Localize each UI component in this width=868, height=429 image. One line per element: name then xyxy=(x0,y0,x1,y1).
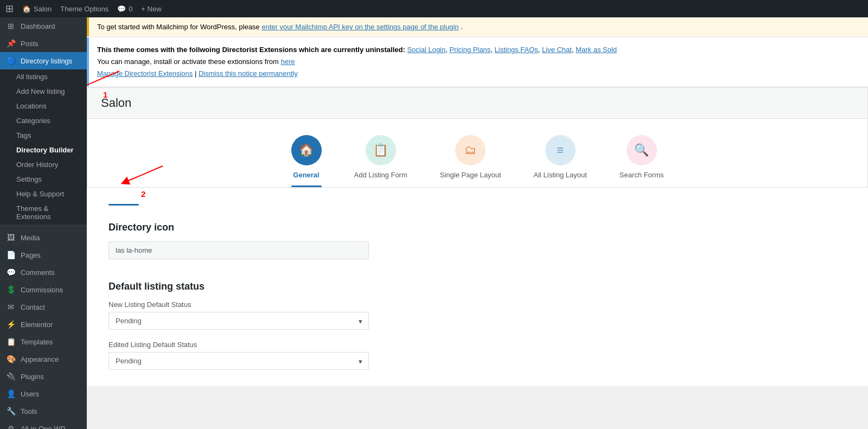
new-listing-label: New Listing Default Status xyxy=(108,300,846,309)
appearance-icon: 🎨 xyxy=(5,355,16,363)
single-page-tab-icon: 🗂 xyxy=(455,135,486,165)
sidebar-item-directory-listings[interactable]: 🔵 Directory listings xyxy=(0,52,87,69)
tab-active-indicator xyxy=(108,204,139,206)
notice-directorist: This theme comes with the follwoing Dire… xyxy=(87,37,868,86)
admin-bar-salon[interactable]: 🏠 Salon xyxy=(22,5,52,13)
sidebar-item-appearance[interactable]: 🎨 Appearance xyxy=(0,350,87,368)
mailchimp-link[interactable]: enter your Mailchimp API key on the sett… xyxy=(261,23,459,31)
sidebar-item-dashboard[interactable]: ⊞ Dashboard xyxy=(0,17,87,35)
edited-listing-select-wrapper: Pending Published Draft xyxy=(108,352,369,370)
default-listing-status-title: Default listing status xyxy=(108,281,846,292)
general-tab-content: Directory icon Default listing status Ne… xyxy=(87,188,868,386)
all-listing-tab-icon: ≡ xyxy=(545,135,576,165)
sidebar-item-comments[interactable]: 💬 Comments xyxy=(0,264,87,281)
dashboard-icon: ⊞ xyxy=(5,22,16,30)
sidebar-item-tools[interactable]: 🔧 Tools xyxy=(0,402,87,420)
builder-tabs-container: 🏠 General 📋 Add Listing Form xyxy=(87,119,868,188)
elementor-icon: ⚡ xyxy=(5,320,16,329)
tab-add-listing-form[interactable]: 📋 Add Listing Form xyxy=(354,135,407,187)
admin-bar-theme-options[interactable]: Theme Options xyxy=(60,5,108,13)
dismiss-notice-link[interactable]: Dismiss this notice permanently xyxy=(199,69,298,78)
comments-icon: 💬 xyxy=(5,268,16,277)
posts-icon: 📌 xyxy=(5,39,16,48)
search-forms-tab-icon: 🔍 xyxy=(627,135,657,165)
manage-directorist-link[interactable]: Manage Directorist Extensions xyxy=(97,69,193,78)
tab-general[interactable]: 🏠 General xyxy=(291,135,322,187)
sidebar-item-settings[interactable]: Settings xyxy=(0,172,87,187)
directory-icon-title: Directory icon xyxy=(108,222,846,233)
sidebar: ⊞ Dashboard 📌 Posts 🔵 Directory listings… xyxy=(0,17,87,429)
pages-icon: 📄 xyxy=(5,251,16,259)
tools-icon: 🔧 xyxy=(5,407,16,415)
builder-tabs: 🏠 General 📋 Add Listing Form xyxy=(98,135,857,187)
sidebar-item-elementor[interactable]: ⚡ Elementor xyxy=(0,316,87,333)
sidebar-item-posts[interactable]: 📌 Posts xyxy=(0,35,87,52)
sidebar-item-templates[interactable]: 📋 Templates xyxy=(0,333,87,350)
sidebar-item-users[interactable]: 👤 Users xyxy=(0,385,87,402)
notice-mailchimp: To get started with Mailchimp for WordPr… xyxy=(87,17,868,36)
plugins-icon: 🔌 xyxy=(5,372,16,381)
sidebar-item-add-new-listing[interactable]: Add New listing xyxy=(0,84,87,99)
all-in-one-icon: ⚙ xyxy=(5,424,16,429)
directory-submenu: All listings Add New listing Locations C… xyxy=(0,69,87,224)
comment-icon: 💬 xyxy=(117,5,126,13)
sidebar-item-themes-extensions[interactable]: Themes & Extensions xyxy=(0,201,87,224)
pricing-plans-link[interactable]: Pricing Plans xyxy=(449,46,490,54)
here-link[interactable]: here xyxy=(280,57,295,66)
tab-single-page-layout[interactable]: 🗂 Single Page Layout xyxy=(440,135,501,187)
media-icon: 🖼 xyxy=(5,233,16,242)
general-tab-icon: 🏠 xyxy=(291,135,322,165)
live-chat-link[interactable]: Live Chat xyxy=(542,46,572,54)
sidebar-item-commissions[interactable]: 💲 Commissions xyxy=(0,281,87,298)
new-listing-status-select[interactable]: Pending Published Draft xyxy=(108,312,369,330)
sidebar-item-locations[interactable]: Locations xyxy=(0,99,87,113)
edited-listing-status-select[interactable]: Pending Published Draft xyxy=(108,352,369,370)
directory-icon-input[interactable] xyxy=(108,241,369,259)
directory-icon: 🔵 xyxy=(5,56,16,65)
edited-listing-label: Edited Listing Default Status xyxy=(108,341,846,349)
sidebar-item-order-history[interactable]: Order History xyxy=(0,157,87,172)
home-icon: 🏠 xyxy=(22,5,31,13)
sidebar-item-plugins[interactable]: 🔌 Plugins xyxy=(0,368,87,385)
add-listing-tab-icon: 📋 xyxy=(366,135,396,165)
sidebar-item-pages[interactable]: 📄 Pages xyxy=(0,246,87,264)
listings-faqs-link[interactable]: Listings FAQs xyxy=(495,46,538,54)
commissions-icon: 💲 xyxy=(5,285,16,294)
tab-search-forms[interactable]: 🔍 Search Forms xyxy=(620,135,664,187)
tab-all-listing-layout[interactable]: ≡ All Listing Layout xyxy=(534,135,587,187)
mark-as-sold-link[interactable]: Mark as Sold xyxy=(576,46,617,54)
sidebar-item-directory-builder[interactable]: Directory Builder xyxy=(0,143,87,157)
admin-bar-new[interactable]: + New xyxy=(141,5,161,13)
sidebar-item-help-support[interactable]: Help & Support xyxy=(0,187,87,201)
directory-builder-area: Salon 1 xyxy=(87,87,868,386)
builder-title: Salon xyxy=(87,87,868,119)
sidebar-item-contact[interactable]: ✉ Contact xyxy=(0,298,87,316)
main-content: To get started with Mailchimp for WordPr… xyxy=(87,17,868,429)
sidebar-item-tags[interactable]: Tags xyxy=(0,128,87,143)
admin-bar: ⊞ 🏠 Salon Theme Options 💬 0 + New xyxy=(0,0,868,17)
users-icon: 👤 xyxy=(5,389,16,398)
sidebar-item-all-in-one[interactable]: ⚙ All-in-One WP xyxy=(0,420,87,429)
sidebar-item-categories[interactable]: Categories xyxy=(0,113,87,128)
new-listing-select-wrapper: Pending Published Draft xyxy=(108,312,369,330)
sidebar-item-media[interactable]: 🖼 Media xyxy=(0,229,87,246)
templates-icon: 📋 xyxy=(5,337,16,346)
admin-bar-comments[interactable]: 💬 0 xyxy=(117,5,132,13)
sidebar-item-all-listings[interactable]: All listings xyxy=(0,69,87,84)
contact-icon: ✉ xyxy=(5,303,16,311)
wp-logo-icon[interactable]: ⊞ xyxy=(5,3,14,15)
social-login-link[interactable]: Social Login xyxy=(407,46,445,54)
